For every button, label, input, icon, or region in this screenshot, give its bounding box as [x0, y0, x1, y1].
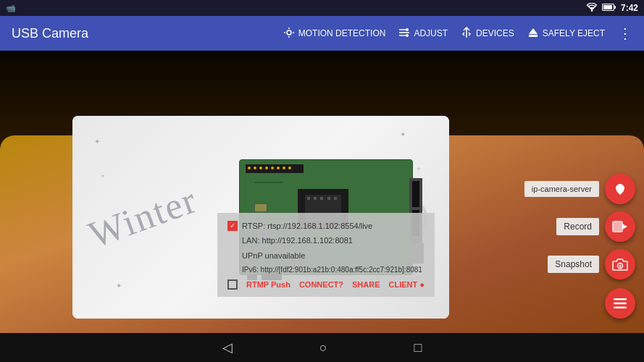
- svg-rect-2: [603, 5, 612, 9]
- svg-rect-15: [529, 35, 538, 37]
- info-overlay: ✓ RTSP: rtsp://192.168.1.102:8554/live L…: [217, 213, 435, 298]
- client-link[interactable]: CLIENT ●: [389, 280, 425, 289]
- upnp-text: UPnP unavailable: [242, 250, 305, 262]
- devices-label: DEVICES: [476, 28, 514, 38]
- side-actions: ip-camera-server Record: [524, 174, 635, 319]
- star-deco-3: ✦: [116, 282, 122, 290]
- devices-icon: [461, 27, 472, 41]
- svg-marker-14: [529, 28, 538, 34]
- record-row: Record: [556, 211, 635, 242]
- back-button[interactable]: ◁: [222, 340, 233, 355]
- connect-link[interactable]: CONNECT?: [299, 280, 343, 289]
- svg-rect-20: [614, 222, 622, 231]
- ipv6-text: IPv6: http://[fdf2:901b:a21b:0:480a:ff5c…: [242, 264, 422, 275]
- more-icon: ⋮: [618, 26, 632, 41]
- devices-button[interactable]: DEVICES: [461, 27, 514, 41]
- gpio-pin: [248, 167, 251, 169]
- snapshot-button[interactable]: [605, 249, 635, 279]
- nav-bar: ◁ ○ □: [0, 333, 644, 362]
- camera-view: ✦ ✦ ✦ ✦ * * Winter: [0, 51, 644, 333]
- trace-1: [254, 182, 283, 183]
- chip-pin: [327, 197, 330, 200]
- app-bar: USB Camera MOTION DETECTION: [0, 16, 644, 51]
- ipv6-row: IPv6: http://[fdf2:901b:a21b:0:480a:ff5c…: [242, 264, 425, 275]
- motion-detection-label: MOTION DETECTION: [298, 28, 386, 38]
- capacitor: [254, 203, 267, 212]
- upnp-row: UPnP unavailable: [242, 250, 425, 262]
- gpio-pin: [277, 167, 280, 169]
- menu-button[interactable]: [605, 288, 635, 319]
- gpio-pin: [288, 167, 291, 169]
- status-bar-left: 📹: [6, 4, 16, 13]
- gpio-pin: [283, 167, 285, 169]
- svg-point-22: [619, 265, 622, 267]
- menu-row: [605, 288, 635, 319]
- lan-row: LAN: http://192.168.1.102:8081: [242, 235, 425, 247]
- svg-point-12: [406, 28, 409, 31]
- svg-point-0: [591, 9, 593, 11]
- adjust-button[interactable]: ADJUST: [398, 27, 448, 41]
- lan-text: LAN: http://192.168.1.102:8081: [242, 235, 353, 247]
- time-display: 7:42: [621, 3, 638, 13]
- battery-icon: [602, 3, 616, 13]
- gpio-pin: [254, 167, 256, 169]
- notebook-text: Winter: [83, 178, 203, 256]
- ip-camera-server-button[interactable]: [605, 174, 635, 204]
- snapshot-row: Snapshot: [548, 249, 635, 279]
- rtmp-push-link[interactable]: RTMP Push: [246, 280, 290, 289]
- svg-point-13: [406, 34, 409, 37]
- ip-camera-server-label: ip-camera-server: [524, 181, 599, 197]
- chip-pin: [314, 197, 317, 200]
- info-actions: RTMP Push CONNECT? SHARE CLIENT ●: [227, 279, 425, 290]
- record-label: Record: [556, 218, 599, 235]
- gpio-pin: [271, 167, 274, 169]
- chip-pin: [320, 197, 323, 200]
- safely-eject-button[interactable]: SAFELY EJECT: [527, 27, 605, 41]
- app-bar-actions: MOTION DETECTION ADJUST: [283, 26, 632, 41]
- bottom-checkbox[interactable]: [227, 279, 238, 290]
- safely-eject-label: SAFELY EJECT: [543, 28, 605, 38]
- star-deco-1: ✦: [94, 138, 100, 146]
- recent-apps-button[interactable]: □: [414, 340, 422, 355]
- svg-marker-19: [622, 224, 627, 230]
- rtsp-checkbox[interactable]: ✓: [227, 221, 238, 231]
- home-button[interactable]: ○: [319, 340, 327, 355]
- status-bar: 📹 7:42: [0, 0, 644, 16]
- svg-rect-24: [614, 303, 627, 305]
- star-deco-2: ✦: [400, 130, 406, 138]
- wifi-icon: [586, 3, 598, 14]
- svg-rect-3: [614, 6, 616, 9]
- rtsp-row: ✓ RTSP: rtsp://192.168.1.102:8554/live: [227, 220, 425, 232]
- eject-icon: [527, 27, 539, 41]
- record-button[interactable]: [605, 211, 635, 242]
- star-deco-6: *: [417, 167, 420, 174]
- chip-pin: [334, 197, 337, 200]
- gpio-pins: [246, 164, 304, 173]
- camera-status-icon: 📹: [6, 4, 16, 13]
- svg-rect-9: [399, 32, 409, 33]
- gpio-pin: [259, 167, 262, 169]
- adjust-icon: [398, 27, 410, 41]
- motion-detection-icon: [283, 27, 295, 41]
- star-deco-5: *: [101, 174, 104, 182]
- svg-rect-23: [614, 298, 627, 300]
- usb-port-1: [412, 181, 419, 207]
- gpio-pin: [265, 167, 268, 169]
- svg-point-4: [287, 30, 291, 35]
- adjust-label: ADJUST: [414, 28, 448, 38]
- svg-rect-25: [614, 307, 627, 309]
- more-options-button[interactable]: ⋮: [618, 26, 632, 41]
- rtsp-text: RTSP: rtsp://192.168.1.102:8554/live: [242, 220, 372, 232]
- snapshot-label: Snapshot: [548, 256, 599, 273]
- chip-pin: [307, 197, 310, 200]
- share-link[interactable]: SHARE: [352, 280, 380, 289]
- status-bar-right: 7:42: [586, 3, 638, 14]
- ip-camera-server-row: ip-camera-server: [524, 174, 635, 204]
- motion-detection-button[interactable]: MOTION DETECTION: [283, 27, 386, 41]
- app-title: USB Camera: [12, 26, 88, 41]
